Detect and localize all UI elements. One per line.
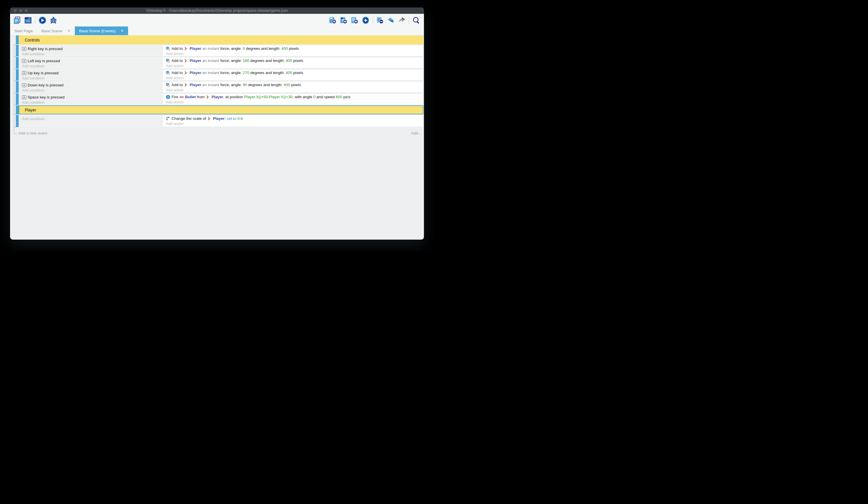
event-handle-bar[interactable] <box>16 45 19 57</box>
event-handle-bar[interactable] <box>16 105 19 114</box>
add-more-link[interactable]: Add... <box>411 131 421 135</box>
tree-tick <box>14 127 16 127</box>
debug-icon[interactable] <box>49 16 58 24</box>
text-segment: 400 <box>286 71 292 75</box>
search-icon[interactable] <box>412 16 421 24</box>
close-window-icon[interactable] <box>14 9 17 12</box>
actions-cell: Add to Player an instant force, angle: 0… <box>163 45 423 56</box>
tab-start-page[interactable]: Start Page <box>10 27 37 35</box>
toolbar <box>10 14 424 27</box>
text-segment: force, angle: <box>220 83 242 87</box>
add-new-event-link[interactable]: Add a new event <box>18 131 48 135</box>
tree-tick <box>14 69 16 69</box>
action-line[interactable]: Add to Player an instant force, angle: 0… <box>166 46 421 51</box>
action-line[interactable]: GFire Bullet from Player, at position Pl… <box>166 94 421 100</box>
text-segment: an instant <box>201 83 220 87</box>
text-segment: and speed <box>316 95 336 99</box>
event-handle-bar[interactable] <box>16 115 19 127</box>
event-handle-bar[interactable] <box>16 93 19 105</box>
add-condition-link[interactable]: Add condition <box>22 100 161 104</box>
condition-line[interactable]: ARight key is pressed <box>22 46 161 52</box>
text-segment: an instant <box>201 59 220 63</box>
event-handle-bar[interactable] <box>16 57 19 69</box>
keyboard-key-icon: A <box>22 47 27 51</box>
text-segment: an instant <box>201 71 220 75</box>
event-handle-bar[interactable] <box>16 69 19 81</box>
event-group-controls[interactable]: Controls <box>16 36 423 44</box>
play-icon[interactable] <box>38 16 46 24</box>
fire-gear-icon: G <box>166 95 170 99</box>
text-segment: 0 <box>242 47 245 51</box>
group-label[interactable]: Player <box>19 105 423 114</box>
add-subevent-icon[interactable] <box>340 16 348 24</box>
text-segment: 600 <box>336 95 342 99</box>
conditions-cell: ARight key is pressedAdd condition <box>19 46 163 56</box>
add-condition-link[interactable]: Add condition <box>22 76 161 80</box>
svg-text:A: A <box>23 84 25 87</box>
events-editor: ControlsARight key is pressedAdd conditi… <box>10 35 424 240</box>
add-comment-icon[interactable] <box>351 16 359 24</box>
event-group-player[interactable]: Player <box>16 105 423 114</box>
player-ship-icon <box>184 47 188 51</box>
add-action-link[interactable]: Add action <box>166 76 421 80</box>
event-handle-bar[interactable] <box>16 36 19 44</box>
delete-selection-icon[interactable] <box>376 16 384 24</box>
tab-base-scene-events[interactable]: Base Scene (Events)✕ <box>75 27 128 35</box>
condition-line[interactable]: AUp key is pressed <box>22 70 161 76</box>
player-ship-icon <box>207 117 212 121</box>
desktop-background: { "window_title": "GDevelop 5 - /Users/d… <box>0 0 434 252</box>
condition-line[interactable]: ASpace key is pressed <box>22 94 161 100</box>
event-row: ASpace key is pressedAdd conditionGFire … <box>16 93 423 105</box>
text-segment: Player <box>190 83 202 87</box>
add-action-link[interactable]: Add action <box>166 100 421 104</box>
action-line[interactable]: Change the scale of Player: set to 0.6 <box>166 116 421 121</box>
add-action-link[interactable]: Add action <box>166 52 421 56</box>
tab-strip: Start PageBase Scene✕Base Scene (Events)… <box>10 27 424 35</box>
window-controls <box>14 9 28 12</box>
text-segment: 400 <box>281 47 288 51</box>
tab-base-scene[interactable]: Base Scene✕ <box>37 27 75 35</box>
player-ship-icon <box>184 71 188 75</box>
tab-close-icon[interactable]: ✕ <box>121 29 124 32</box>
add-condition-link[interactable]: Add condition <box>22 117 161 122</box>
text-segment: from <box>196 95 206 99</box>
toolbar-divider <box>373 17 373 24</box>
add-condition-link[interactable]: Add condition <box>22 52 161 56</box>
add-condition-link[interactable]: Add condition <box>22 88 161 92</box>
conditions-cell: AUp key is pressedAdd condition <box>19 70 163 80</box>
text-segment: Fire <box>172 95 179 99</box>
title-bar[interactable]: GDevelop 5 - /Users/dkarakay/Documents/G… <box>10 8 424 14</box>
event-handle-bar[interactable] <box>16 81 19 93</box>
force-icon <box>166 47 170 51</box>
add-circle-icon[interactable] <box>361 16 370 24</box>
redo-icon[interactable] <box>398 16 406 24</box>
text-segment: 400 <box>283 83 290 87</box>
app-window: GDevelop 5 - /Users/dkarakay/Documents/G… <box>10 8 424 240</box>
force-icon <box>166 59 170 63</box>
condition-line[interactable]: ALeft key is pressed <box>22 58 161 64</box>
condition-line[interactable]: ADown key is pressed <box>22 82 161 88</box>
actions-cell: Add to Player an instant force, angle: 9… <box>163 81 423 92</box>
text-segment: an instant <box>201 47 220 51</box>
project-manager-icon[interactable] <box>13 16 21 24</box>
text-segment: , at position <box>223 95 244 99</box>
bullet-icon <box>179 95 184 99</box>
scene-editor-icon[interactable] <box>24 16 32 24</box>
maximize-window-icon[interactable] <box>25 9 28 12</box>
minimize-window-icon[interactable] <box>19 9 22 12</box>
text-segment: force, angle: <box>220 71 242 75</box>
action-line[interactable]: Add to Player an instant force, angle: 2… <box>166 70 421 75</box>
undo-icon[interactable] <box>387 16 395 24</box>
tab-close-icon[interactable]: ✕ <box>68 29 71 32</box>
add-action-link[interactable]: Add action <box>166 88 421 92</box>
conditions-cell: ASpace key is pressedAdd condition <box>19 94 163 104</box>
add-event-icon[interactable] <box>329 16 337 24</box>
action-line[interactable]: Add to Player an instant force, angle: 9… <box>166 82 421 88</box>
event-row: AUp key is pressedAdd conditionAdd to Pl… <box>16 69 423 81</box>
action-line[interactable]: Add to Player an instant force, angle: 1… <box>166 58 421 63</box>
group-label[interactable]: Controls <box>19 36 423 44</box>
conditions-cell: Add condition <box>19 115 163 127</box>
add-condition-link[interactable]: Add condition <box>22 64 161 68</box>
add-action-link[interactable]: Add action <box>166 64 421 68</box>
add-action-link[interactable]: Add action <box>166 122 421 127</box>
